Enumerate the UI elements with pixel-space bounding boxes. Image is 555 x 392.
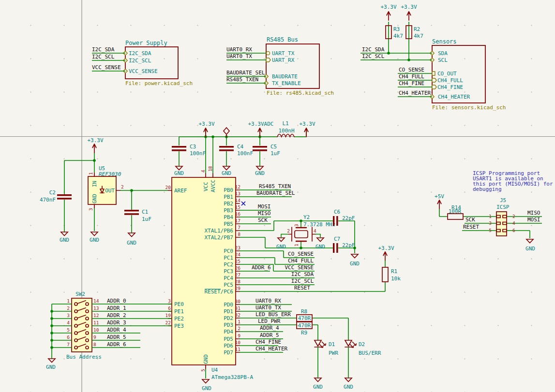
power-label[interactable]: +3.3V bbox=[87, 137, 103, 144]
value[interactable]: 4k7 bbox=[414, 33, 423, 39]
power-label[interactable]: +3.3V bbox=[299, 121, 315, 127]
ref-des[interactable]: C7 bbox=[334, 236, 340, 242]
ref-des[interactable]: C6 bbox=[334, 209, 340, 215]
value[interactable]: 100nF bbox=[190, 150, 206, 157]
sheet-pin[interactable]: I2C_SDA bbox=[129, 50, 151, 57]
power-3v3adc-icon[interactable] bbox=[258, 128, 262, 137]
net-label[interactable]: MOSI bbox=[527, 217, 540, 223]
sheet-pin[interactable]: TX_ENABLE bbox=[272, 80, 301, 87]
value[interactable]: 100nH bbox=[278, 128, 294, 134]
net-label[interactable]: VCC_SENSE bbox=[92, 64, 121, 71]
net-label[interactable]: RS485_TXEN bbox=[226, 76, 258, 83]
sheet-pin[interactable]: CH4_FULL bbox=[437, 77, 463, 84]
resistor-r1[interactable]: +3.3V R1 10k bbox=[378, 245, 401, 291]
schematic-canvas[interactable]: Power Supply File: power.kicad_sch I2C_S… bbox=[0, 0, 555, 392]
value[interactable]: 470nF bbox=[40, 197, 56, 203]
value[interactable]: 4k7 bbox=[393, 33, 403, 39]
net-label[interactable]: UART0_TX bbox=[255, 305, 281, 311]
net-label[interactable]: CH4_FULL bbox=[399, 73, 424, 80]
gnd-icon[interactable] bbox=[345, 378, 352, 382]
net-label[interactable]: LED_BUS_ERR bbox=[255, 311, 291, 318]
value[interactable]: ATmega328PB-A bbox=[211, 374, 253, 380]
ref-des[interactable]: R2 bbox=[414, 26, 420, 32]
net-label[interactable]: CH4_HEATER bbox=[399, 90, 431, 96]
gnd-icon[interactable] bbox=[317, 238, 324, 242]
net-label[interactable]: I2C_SCL bbox=[362, 53, 385, 59]
ref-des[interactable]: C4 bbox=[237, 144, 244, 150]
resistor-r3[interactable]: +3.3V R3 4k7 bbox=[380, 4, 403, 39]
net-label[interactable]: ADDR_6 bbox=[107, 341, 126, 348]
net-label[interactable]: RESET bbox=[294, 285, 310, 291]
value[interactable]: 1uF bbox=[142, 216, 151, 222]
net-label[interactable]: ADDR_2 bbox=[107, 312, 126, 319]
net-label[interactable]: LED_PWR bbox=[258, 318, 281, 324]
sheet-pin[interactable]: CH4_HEATER bbox=[438, 94, 470, 100]
capacitor-c4[interactable]: C4 100nF GND bbox=[219, 144, 253, 176]
capacitor-c7[interactable]: C7 22pF GND bbox=[333, 236, 360, 267]
net-label[interactable]: I2C_SDA bbox=[362, 46, 385, 53]
value[interactable]: 22pF bbox=[342, 215, 355, 221]
power-3v3-icon[interactable] bbox=[92, 144, 96, 153]
ref-des[interactable]: C1 bbox=[142, 209, 148, 215]
sheet-power-supply[interactable]: Power Supply File: power.kicad_sch I2C_S… bbox=[123, 40, 193, 87]
net-label[interactable]: ADDR_4 bbox=[107, 327, 126, 333]
gnd-icon[interactable] bbox=[256, 166, 263, 170]
ref-des[interactable]: R3 bbox=[393, 26, 400, 32]
sheet-pin[interactable]: UART_TX bbox=[272, 50, 295, 57]
gnd-icon[interactable] bbox=[48, 359, 55, 363]
sheet-pin[interactable]: UART_RX bbox=[272, 57, 295, 63]
net-label[interactable]: BAUDRATE_SEL bbox=[226, 70, 265, 76]
crystal-y2[interactable]: 3 1 2 4 Y2 7.3728 MHz GND GND bbox=[276, 214, 335, 250]
value[interactable]: BUS/ERR bbox=[359, 350, 381, 356]
ref-des[interactable]: R1 bbox=[391, 268, 397, 275]
resistor-r8[interactable]: R8 470R bbox=[297, 308, 312, 321]
net-label[interactable]: VCC_SENSE bbox=[285, 264, 314, 271]
sheet-pin[interactable]: SDA bbox=[438, 50, 448, 57]
ref-des[interactable]: J5 bbox=[500, 197, 506, 203]
regulator-u5[interactable]: U5 REF3030 1 3 2 IN GND OUT GND bbox=[88, 165, 124, 243]
sheet-pin[interactable]: BAUDRATE bbox=[272, 73, 298, 80]
value[interactable]: 1uF bbox=[270, 150, 280, 157]
ref-des[interactable]: SW2 bbox=[75, 291, 85, 297]
net-label[interactable]: SCK bbox=[465, 217, 475, 223]
ref-des[interactable]: D2 bbox=[359, 341, 365, 348]
net-label[interactable]: CH4_HEATER bbox=[255, 346, 288, 352]
ref-des[interactable]: C5 bbox=[270, 144, 277, 150]
ref-des[interactable]: C3 bbox=[190, 144, 196, 150]
value[interactable]: 22pF bbox=[342, 242, 355, 248]
power-3v3-icon[interactable] bbox=[204, 128, 208, 137]
gnd-icon[interactable] bbox=[202, 379, 209, 383]
net-label[interactable]: MOSI bbox=[258, 203, 271, 210]
capacitor-c5[interactable]: C5 1uF GND bbox=[253, 144, 280, 176]
gnd-icon[interactable] bbox=[315, 378, 321, 382]
value[interactable]: 470R bbox=[298, 315, 311, 321]
net-label[interactable]: RESET bbox=[463, 224, 479, 230]
inductor-l1[interactable]: L1 100nH bbox=[277, 120, 295, 137]
mcu-u4[interactable]: U4 ATmega328PB-A VCC AVCC GND 4 18 5 ARE… bbox=[165, 166, 254, 380]
resistor-r9[interactable]: 470R R9 bbox=[297, 322, 312, 336]
ref-des[interactable]: Y2 bbox=[303, 214, 310, 220]
gnd-icon[interactable] bbox=[61, 232, 68, 236]
gnd-icon[interactable] bbox=[526, 239, 533, 243]
value[interactable]: 7.3728 MHz bbox=[303, 221, 335, 228]
power-label[interactable]: +3.3V bbox=[198, 121, 214, 127]
led-d1[interactable]: D1 PWR GND bbox=[313, 340, 338, 390]
value[interactable]: REF3030 bbox=[99, 171, 121, 177]
power-label[interactable]: +3.3V bbox=[378, 245, 394, 251]
net-label[interactable]: MISO bbox=[527, 210, 540, 216]
gnd-icon[interactable] bbox=[91, 232, 98, 236]
sheet-pin[interactable]: I2C_SCL bbox=[129, 58, 151, 64]
net-label[interactable]: MISO bbox=[258, 210, 271, 217]
ref-des[interactable]: D1 bbox=[329, 341, 335, 348]
value[interactable]: 470R bbox=[298, 322, 311, 329]
power-3v3-icon[interactable] bbox=[304, 128, 308, 137]
net-label[interactable]: ADDR_1 bbox=[107, 305, 126, 311]
capacitor-c1[interactable]: C1 1uF GND bbox=[124, 209, 151, 246]
ref-des[interactable]: C2 bbox=[49, 189, 56, 196]
net-label[interactable]: ADDR_6 bbox=[252, 264, 271, 271]
net-label[interactable]: UART0_RX bbox=[255, 298, 281, 304]
value[interactable]: Bus Address bbox=[66, 354, 102, 360]
gnd-icon[interactable] bbox=[351, 254, 358, 258]
power-label[interactable]: +5V bbox=[435, 193, 444, 200]
capacitor-c2[interactable]: C2 470nF GND bbox=[40, 189, 72, 243]
